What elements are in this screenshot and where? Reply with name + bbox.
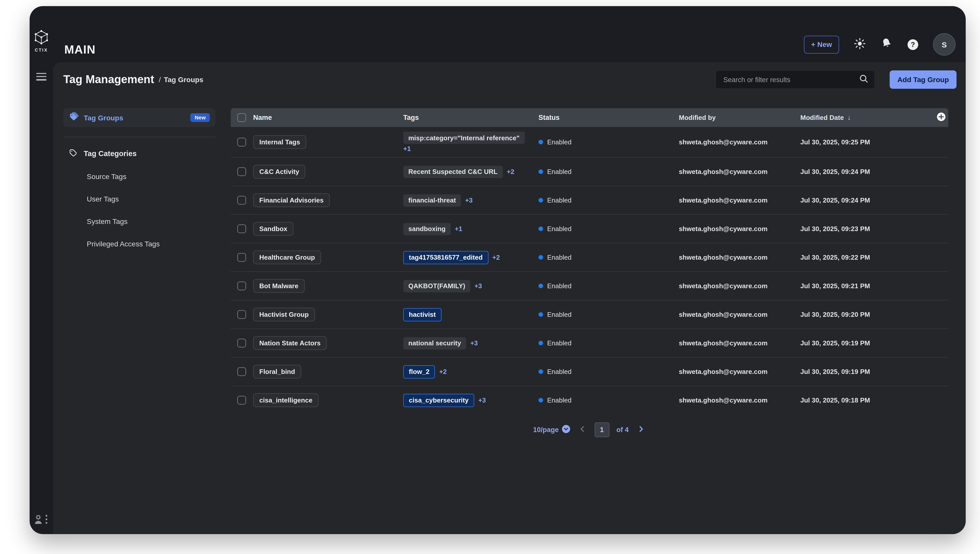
tag-chip[interactable]: tag41753816577_edited xyxy=(403,251,488,264)
previous-page-button[interactable] xyxy=(577,425,587,435)
page-size-select[interactable]: 10/page xyxy=(533,425,570,435)
row-checkbox[interactable] xyxy=(237,167,246,176)
more-tags-count[interactable]: +3 xyxy=(475,282,482,290)
bell-icon xyxy=(880,37,893,51)
add-column-icon[interactable] xyxy=(937,112,946,123)
tag-chip[interactable]: hactivist xyxy=(403,308,441,321)
search-input[interactable] xyxy=(722,75,859,84)
tag-group-name[interactable]: cisa_intelligence xyxy=(253,393,319,407)
tag-chip[interactable]: QAKBOT(FAMILY) xyxy=(403,280,470,292)
sidebar-item-system-tags[interactable]: System Tags xyxy=(63,210,215,232)
tag-group-name[interactable]: Bot Malware xyxy=(253,279,304,293)
more-tags-count[interactable]: +2 xyxy=(492,253,500,261)
more-tags-count[interactable]: +3 xyxy=(465,196,473,204)
user-gear-icon xyxy=(34,514,43,527)
column-header-modified-by[interactable]: Modified by xyxy=(679,114,800,121)
row-checkbox[interactable] xyxy=(237,396,246,404)
table-row[interactable]: Bot Malware QAKBOT(FAMILY) +3 Enabled sh… xyxy=(231,271,948,300)
theme-toggle-button[interactable] xyxy=(854,38,866,51)
row-checkbox[interactable] xyxy=(237,282,246,290)
row-checkbox[interactable] xyxy=(237,310,246,319)
avatar[interactable]: S xyxy=(933,33,956,56)
next-page-button[interactable] xyxy=(636,425,646,435)
tag-chip[interactable]: sandboxing xyxy=(403,223,451,235)
page-title: MAIN xyxy=(64,44,96,56)
select-all-checkbox[interactable] xyxy=(237,113,246,122)
breadcrumb-title: Tag Management xyxy=(63,73,154,86)
more-tags-count[interactable]: +1 xyxy=(403,145,411,153)
row-checkbox[interactable] xyxy=(237,367,246,376)
current-page[interactable]: 1 xyxy=(594,422,609,437)
row-checkbox[interactable] xyxy=(237,253,246,262)
modified-by: shweta.ghosh@cyware.com xyxy=(679,138,800,146)
notifications-button[interactable] xyxy=(880,37,893,51)
column-header-modified-date[interactable]: Modified Date ↓ xyxy=(800,114,934,121)
more-tags-count[interactable]: +3 xyxy=(470,339,478,347)
table-row[interactable]: Healthcare Group tag41753816577_edited +… xyxy=(231,243,948,271)
tag-group-name[interactable]: Floral_bind xyxy=(253,365,301,379)
row-checkbox[interactable] xyxy=(237,196,246,205)
row-checkbox[interactable] xyxy=(237,339,246,347)
help-button[interactable]: ? xyxy=(908,39,918,50)
column-header-name[interactable]: Name xyxy=(253,114,403,121)
tag-chip[interactable]: Recent Suspected C&C URL xyxy=(403,166,503,178)
new-button[interactable]: + New xyxy=(804,35,839,53)
menu-hamburger-icon[interactable] xyxy=(36,73,46,80)
tag-chip[interactable]: financial-threat xyxy=(403,194,461,206)
table-row[interactable]: Financial Advisories financial-threat +3… xyxy=(231,186,948,214)
row-checkbox[interactable] xyxy=(237,224,246,233)
status-dot xyxy=(539,169,543,174)
table-row[interactable]: Internal Tags misp:category="Internal re… xyxy=(231,127,948,157)
table-row[interactable]: Hactivist Group hactivist Enabled shweta… xyxy=(231,300,948,328)
tag-chip[interactable]: misp:category="Internal reference" xyxy=(403,132,525,144)
sidebar-item-privileged-access-tags[interactable]: Privileged Access Tags xyxy=(63,232,215,255)
tag-group-name[interactable]: Financial Advisories xyxy=(253,193,330,207)
user-admin-button[interactable] xyxy=(34,514,48,527)
ctix-logo[interactable]: CTIX xyxy=(30,30,53,53)
sidebar-item-tag-groups[interactable]: Tag Groups New xyxy=(63,108,215,127)
modified-date: Jul 30, 2025, 09:21 PM xyxy=(800,282,934,290)
row-checkbox[interactable] xyxy=(237,138,246,146)
tag-group-name[interactable]: Internal Tags xyxy=(253,135,306,149)
tag-chip[interactable]: flow_2 xyxy=(403,365,435,378)
status-dot xyxy=(539,398,543,403)
more-tags-count[interactable]: +2 xyxy=(507,168,515,175)
table-row[interactable]: Sandbox sandboxing +1 Enabled shweta.gho… xyxy=(231,214,948,243)
modified-date: Jul 30, 2025, 09:18 PM xyxy=(800,396,934,404)
tag-group-name[interactable]: Nation State Actors xyxy=(253,336,327,350)
column-header-status[interactable]: Status xyxy=(539,114,679,121)
table-row[interactable]: cisa_intelligence cisa_cybersecurity +3 … xyxy=(231,386,948,414)
tag-group-name[interactable]: Sandbox xyxy=(253,222,293,236)
status-dot xyxy=(539,341,543,345)
status-label: Enabled xyxy=(547,253,571,261)
tag-chip[interactable]: national security xyxy=(403,337,466,349)
more-tags-count[interactable]: +3 xyxy=(478,396,486,404)
breadcrumb: /Tag Groups xyxy=(159,75,203,84)
modified-by: shweta.ghosh@cyware.com xyxy=(679,310,800,318)
status-dot xyxy=(539,369,543,374)
tag-group-name[interactable]: C&C Activity xyxy=(253,165,306,178)
modified-by: shweta.ghosh@cyware.com xyxy=(679,339,800,347)
sidebar-item-source-tags[interactable]: Source Tags xyxy=(63,165,215,188)
status-dot xyxy=(539,226,543,231)
column-header-tags[interactable]: Tags xyxy=(403,111,539,124)
table-row[interactable]: Nation State Actors national security +3… xyxy=(231,328,948,357)
modified-date: Jul 30, 2025, 09:23 PM xyxy=(800,225,934,232)
tag-group-name[interactable]: Healthcare Group xyxy=(253,250,321,264)
more-tags-count[interactable]: +1 xyxy=(455,225,462,232)
tag-group-name[interactable]: Hactivist Group xyxy=(253,307,315,322)
table-row[interactable]: Floral_bind flow_2 +2 Enabled shweta.gho… xyxy=(231,357,948,386)
add-tag-group-button[interactable]: Add Tag Group xyxy=(890,70,956,89)
topbar: MAIN + New xyxy=(53,6,966,62)
table-row[interactable]: C&C Activity Recent Suspected C&C URL +2… xyxy=(231,157,948,186)
topbar-actions: + New xyxy=(804,33,956,56)
breadcrumb-current: Tag Groups xyxy=(164,75,203,84)
search-icon[interactable] xyxy=(859,74,868,85)
more-tags-count[interactable]: +2 xyxy=(439,368,447,376)
status-label: Enabled xyxy=(547,396,571,404)
sidebar-section-tag-categories[interactable]: Tag Categories xyxy=(63,148,215,159)
tag-chip[interactable]: cisa_cybersecurity xyxy=(403,393,474,407)
sidebar-section-label: Tag Categories xyxy=(84,149,137,158)
sidebar-subitems: Source Tags User Tags System Tags Privil… xyxy=(63,165,215,255)
sidebar-item-user-tags[interactable]: User Tags xyxy=(63,188,215,210)
